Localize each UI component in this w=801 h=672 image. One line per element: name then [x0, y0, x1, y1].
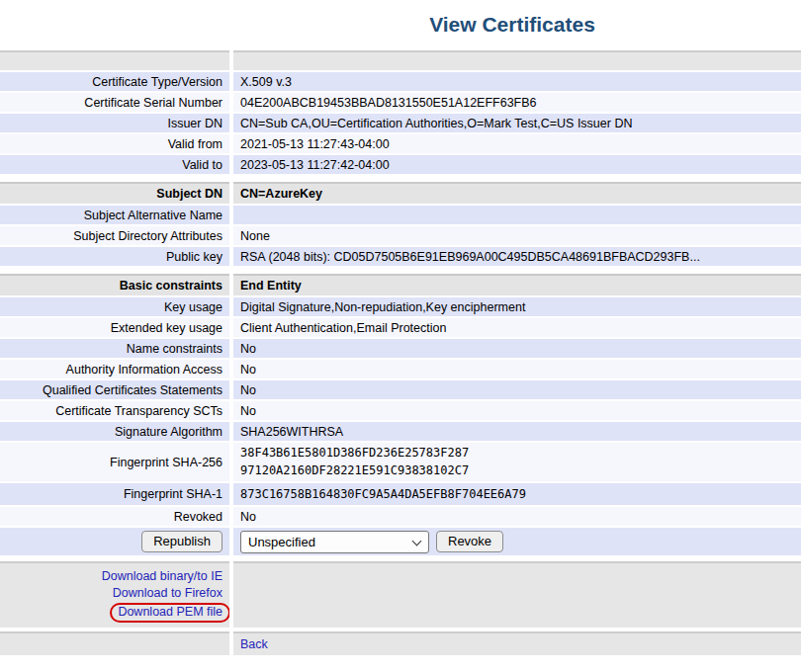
table-row: Qualified Certificates Statements No — [0, 380, 801, 399]
download-links: Download binary/to IE Download to Firefo… — [0, 561, 229, 628]
downloads-row: Download binary/to IE Download to Firefo… — [0, 561, 801, 628]
table-row: Certificate Transparency SCTs No — [0, 401, 801, 420]
table-row-fingerprint-sha1: Fingerprint SHA-1 873C16758B164830FC9A5A… — [0, 483, 801, 505]
field-label: Certificate Serial Number — [0, 93, 229, 112]
download-binary-ie-link[interactable]: Download binary/to IE — [102, 568, 222, 585]
section-value: CN=AzureKey — [233, 182, 801, 204]
downloads-empty-cell — [233, 561, 801, 628]
field-value: X.509 v.3 — [233, 72, 801, 91]
table-row: Certificate Serial Number 04E200ABCB1945… — [0, 93, 801, 112]
table-row: Subject Alternative Name — [0, 206, 801, 224]
field-label: Authority Information Access — [0, 360, 229, 378]
field-label: Certificate Transparency SCTs — [0, 401, 229, 420]
field-label: Certificate Type/Version — [0, 72, 229, 91]
table-row: Certificate Type/Version X.509 v.3 — [0, 72, 801, 91]
republish-cell: Republish — [0, 528, 229, 555]
field-value: CN=Sub CA,OU=Certification Authorities,O… — [233, 114, 801, 132]
download-pem-link[interactable]: Download PEM file — [118, 605, 222, 619]
table-row-fingerprint-sha256: Fingerprint SHA-256 38F43B61E5801D386FD2… — [0, 443, 801, 481]
table-row-revoked: Revoked No — [0, 507, 801, 526]
back-empty-cell — [0, 631, 229, 655]
field-label: Signature Algorithm — [0, 422, 229, 441]
field-label: Fingerprint SHA-1 — [0, 483, 229, 505]
table-row: Signature Algorithm SHA256WITHRSA — [0, 422, 801, 441]
field-value: No — [233, 507, 801, 526]
field-value: 873C16758B164830FC9A5A4DA5EFB8F704EE6A79 — [233, 483, 801, 505]
republish-button[interactable]: Republish — [141, 531, 222, 552]
field-label: Issuer DN — [0, 114, 229, 132]
table-row: Issuer DN CN=Sub CA,OU=Certification Aut… — [0, 114, 801, 132]
table-row: Key usage Digital Signature,Non-repudiat… — [0, 297, 801, 316]
revoke-button[interactable]: Revoke — [436, 531, 503, 552]
sha256-line-1: 38F43B61E5801D386FD236E25783F287 — [240, 444, 795, 462]
download-firefox-link[interactable]: Download to Firefox — [113, 585, 222, 602]
table-row: Extended key usage Client Authentication… — [0, 318, 801, 337]
field-value: No — [233, 401, 801, 420]
field-value: 2021-05-13 11:27:43-04:00 — [233, 134, 801, 153]
field-label: Qualified Certificates Statements — [0, 380, 229, 399]
field-label: Public key — [0, 247, 229, 266]
field-value: 2023-05-13 11:27:42-04:00 — [233, 155, 801, 174]
field-value: None — [233, 226, 801, 245]
table-row: Valid from 2021-05-13 11:27:43-04:00 — [0, 134, 801, 153]
table-header-spacer — [0, 50, 801, 70]
certificate-table: Certificate Type/Version X.509 v.3 Certi… — [0, 50, 801, 655]
table-row: Public key RSA (2048 bits): CD05D7505B6E… — [0, 247, 801, 266]
table-row: Subject Directory Attributes None — [0, 226, 801, 245]
field-value: Client Authentication,Email Protection — [233, 318, 801, 337]
revoke-cell: Unspecified Revoke — [233, 528, 801, 555]
page-title: View Certificates — [223, 13, 801, 37]
field-label: Extended key usage — [0, 318, 229, 337]
field-value: Digital Signature,Non-repudiation,Key en… — [233, 297, 801, 316]
section-label: Basic constraints — [0, 274, 229, 295]
field-value: No — [233, 339, 801, 358]
section-header-basic-constraints: Basic constraints End Entity — [0, 274, 801, 295]
field-value: No — [233, 360, 801, 378]
page-header: View Certificates — [0, 0, 801, 37]
field-label: Key usage — [0, 297, 229, 316]
field-label: Subject Directory Attributes — [0, 226, 229, 245]
field-label: Valid to — [0, 155, 229, 174]
revocation-reason-select[interactable]: Unspecified — [240, 531, 429, 553]
back-link[interactable]: Back — [240, 637, 268, 651]
sha256-line-2: 97120A2160DF28221E591C93838102C7 — [240, 462, 795, 479]
table-row: Authority Information Access No — [0, 360, 801, 378]
revocation-reason-select-wrap: Unspecified — [240, 531, 429, 553]
table-row: Name constraints No — [0, 339, 801, 358]
back-row: Back — [0, 631, 801, 655]
header-spacer-left — [0, 50, 229, 70]
field-label: Subject Alternative Name — [0, 206, 229, 224]
actions-row: Republish Unspecified Revoke — [0, 528, 801, 555]
field-value: No — [233, 380, 801, 399]
field-value: RSA (2048 bits): CD05D7505B6E91EB969A00C… — [233, 247, 801, 266]
field-value: SHA256WITHRSA — [233, 422, 801, 441]
header-spacer-right — [233, 50, 801, 70]
annotation-ellipse: Download PEM file — [110, 603, 230, 623]
field-label: Revoked — [0, 507, 229, 526]
table-row: Valid to 2023-05-13 11:27:42-04:00 — [0, 155, 801, 174]
field-value: 38F43B61E5801D386FD236E25783F287 97120A2… — [233, 443, 801, 481]
field-value — [233, 206, 801, 224]
field-label: Valid from — [0, 134, 229, 153]
section-header-subject-dn: Subject DN CN=AzureKey — [0, 182, 801, 204]
field-label: Name constraints — [0, 339, 229, 358]
section-value: End Entity — [233, 274, 801, 295]
field-label: Fingerprint SHA-256 — [0, 443, 229, 481]
field-value: 04E200ABCB19453BBAD8131550E51A12EFF63FB6 — [233, 93, 801, 112]
section-label: Subject DN — [0, 182, 229, 204]
